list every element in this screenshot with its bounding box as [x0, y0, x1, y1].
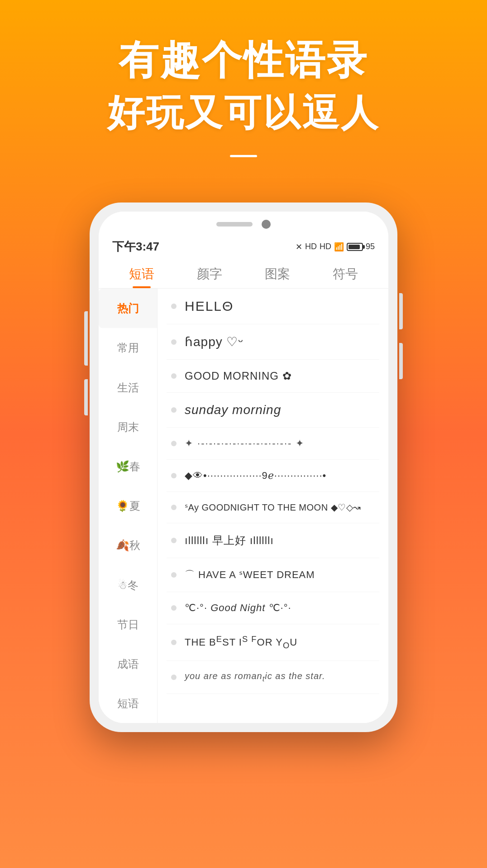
sidebar-item-hot[interactable]: 热门 [99, 289, 157, 328]
bullet-dot [171, 473, 177, 478]
list-item[interactable]: ℃·°· Good Night ℃·°· [167, 592, 379, 624]
speaker-grille [216, 222, 253, 227]
list-item[interactable]: ˢAy GOODNIGHT TO THE MOON ◆♡◇↝ [167, 492, 379, 523]
sidebar-item-weekend[interactable]: 周末 [99, 407, 157, 447]
hd-icon1: HD [305, 242, 317, 251]
list-item[interactable]: ✦ ·-·-·-·-·-·-·-·-·-·-·-·- ✦ [167, 428, 379, 460]
list-item[interactable]: you are as romantic as the star. [167, 661, 379, 694]
signal-icon: ✕ [296, 242, 302, 252]
phone-frame: 下午3:47 ✕ HD HD 📶 95 短语 颜字 图案 符号 [90, 203, 397, 732]
sidebar-item-summer[interactable]: 🌻夏 [99, 486, 157, 526]
bullet-dot [171, 339, 177, 345]
tab-phrase[interactable]: 短语 [129, 265, 154, 288]
bullet-dot [171, 605, 177, 611]
phrase-text: GOOD MORNING ✿ [185, 370, 292, 382]
bullet-dot [171, 304, 177, 309]
headline1: 有趣个性语录 [27, 36, 460, 84]
phrase-text: ɦappy ♡ᵕ [185, 334, 244, 349]
list-item[interactable]: ıllllllı 早上好 ıllllllı [167, 523, 379, 558]
bullet-dot [171, 675, 177, 680]
list-item[interactable]: GOOD MORNING ✿ [167, 360, 379, 393]
sidebar-item-life[interactable]: 生活 [99, 368, 157, 407]
phrase-text: HELLΘ [185, 299, 234, 314]
sidebar-item-spring[interactable]: 🌿春 [99, 447, 157, 486]
sidebar-item-phrase[interactable]: 短语 [99, 684, 157, 723]
sidebar-item-common[interactable]: 常用 [99, 328, 157, 367]
list-item[interactable]: HELLΘ [167, 289, 379, 324]
phrase-text: THE BEST IS FOR YOU [185, 634, 297, 651]
list-item[interactable]: ◆👁•·················9ℯ···············• [167, 460, 379, 492]
tab-fancy[interactable]: 颜字 [197, 265, 222, 288]
phrase-text: sunday morning [185, 403, 281, 417]
volume-button-2 [84, 379, 88, 415]
phone-notch [99, 212, 388, 235]
phrase-text: ✦ ·-·-·-·-·-·-·-·-·-·-·-·- ✦ [185, 438, 305, 449]
bullet-dot [171, 441, 177, 446]
tab-bar: 短语 颜字 图案 符号 [99, 258, 388, 289]
bullet-dot [171, 407, 177, 413]
phrase-text: ℃·°· Good Night ℃·°· [185, 602, 291, 614]
phrase-text: ⌒ HAVE A ˢWEET DREAM [185, 568, 315, 582]
hd-icon2: HD [320, 242, 331, 251]
sidebar-item-winter[interactable]: ☃冬 [99, 565, 157, 605]
battery-percent: 95 [366, 242, 375, 251]
phrase-text: you are as romantic as the star. [185, 671, 325, 684]
bullet-dot [171, 538, 177, 543]
phrase-list: HELLΘ ɦappy ♡ᵕ GOOD MORNING ✿ sunday mor… [158, 289, 388, 723]
sidebar-item-autumn[interactable]: 🍂秋 [99, 526, 157, 565]
power-button-1 [399, 293, 403, 329]
bullet-dot [171, 640, 177, 645]
phrase-text: ıllllllı 早上好 ıllllllı [185, 533, 274, 548]
power-button-2 [399, 343, 403, 379]
front-camera [262, 220, 271, 229]
phone-mockup: 下午3:47 ✕ HD HD 📶 95 短语 颜字 图案 符号 [0, 203, 487, 732]
list-item[interactable]: THE BEST IS FOR YOU [167, 624, 379, 661]
list-item[interactable]: sunday morning [167, 393, 379, 428]
list-item[interactable]: ⌒ HAVE A ˢWEET DREAM [167, 558, 379, 592]
tab-symbol[interactable]: 符号 [333, 265, 358, 288]
bullet-dot [171, 373, 177, 379]
bullet-dot [171, 572, 177, 578]
wifi-icon: 📶 [334, 242, 344, 252]
phrase-text: ˢAy GOODNIGHT TO THE MOON ◆♡◇↝ [185, 502, 361, 513]
bullet-dot [171, 505, 177, 510]
volume-button-1 [84, 311, 88, 366]
phrase-text: ◆👁•·················9ℯ···············• [185, 470, 326, 482]
headline2: 好玩又可以逗人 [27, 89, 460, 137]
battery-icon [347, 243, 363, 251]
phone-screen: 下午3:47 ✕ HD HD 📶 95 短语 颜字 图案 符号 [99, 212, 388, 723]
category-sidebar: 热门 常用 生活 周末 🌿春 🌻夏 🍂秋 ☃冬 节日 成语 短语 [99, 289, 158, 723]
hero-section: 有趣个性语录 好玩又可以逗人 [0, 0, 487, 175]
sidebar-item-holiday[interactable]: 节日 [99, 605, 157, 644]
status-icons: ✕ HD HD 📶 95 [296, 242, 375, 252]
status-bar: 下午3:47 ✕ HD HD 📶 95 [99, 235, 388, 258]
list-item[interactable]: ɦappy ♡ᵕ [167, 324, 379, 360]
battery-fill [349, 245, 360, 249]
status-time: 下午3:47 [112, 239, 159, 255]
sidebar-item-idiom[interactable]: 成语 [99, 644, 157, 684]
tab-pattern[interactable]: 图案 [265, 265, 290, 288]
content-area: 热门 常用 生活 周末 🌿春 🌻夏 🍂秋 ☃冬 节日 成语 短语 [99, 289, 388, 723]
divider [230, 155, 257, 157]
